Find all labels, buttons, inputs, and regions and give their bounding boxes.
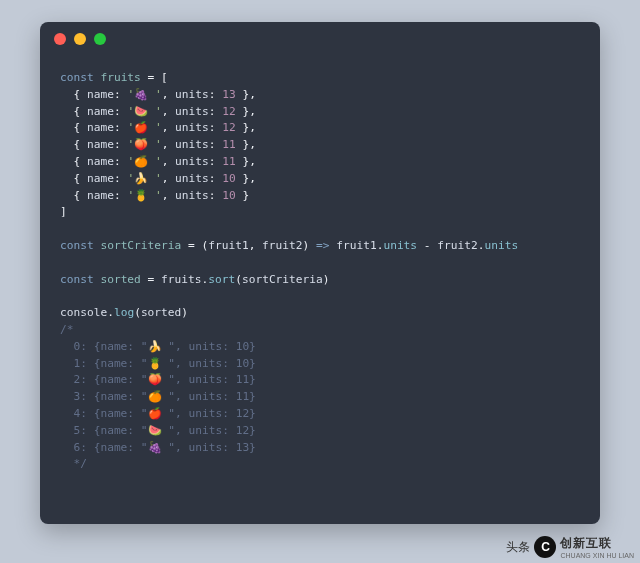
code-token: 6: {name: "🍇 ", units: 13}: [60, 441, 256, 454]
code-token: ): [181, 306, 188, 319]
code-token: /*: [60, 323, 73, 336]
code-token: 3: {name: "🍊 ", units: 11}: [60, 390, 256, 403]
code-token: [60, 155, 73, 168]
code-token: ,: [162, 138, 175, 151]
zoom-icon[interactable]: [94, 33, 106, 45]
code-token: name: [87, 88, 114, 101]
code-token: :: [114, 121, 127, 134]
code-token: const: [60, 273, 94, 286]
code-token: {: [73, 105, 86, 118]
code-token: :: [114, 189, 127, 202]
code-token: :: [114, 155, 127, 168]
code-line: const fruits = [: [60, 70, 580, 87]
code-token: sort: [208, 273, 235, 286]
footer-left-text: 头条: [506, 539, 530, 556]
code-token: },: [236, 88, 256, 101]
code-token: name: [87, 189, 114, 202]
code-token: .: [107, 306, 114, 319]
code-line: 3: {name: "🍊 ", units: 11}: [60, 389, 580, 406]
code-token: {: [73, 172, 86, 185]
code-token: = [: [141, 71, 168, 84]
code-token: :: [209, 155, 222, 168]
code-line: { name: '🍇 ', units: 13 },: [60, 87, 580, 104]
code-token: }: [236, 189, 249, 202]
code-line: [60, 255, 580, 272]
code-token: ): [323, 273, 330, 286]
code-line: { name: '🍎 ', units: 12 },: [60, 120, 580, 137]
code-line: 6: {name: "🍇 ", units: 13}: [60, 440, 580, 457]
code-token: units: [175, 88, 209, 101]
code-token: fruit1: [208, 239, 248, 252]
code-token: fruit2: [437, 239, 477, 252]
code-token: units: [175, 138, 209, 151]
code-token: :: [209, 88, 222, 101]
code-line: { name: '🍑 ', units: 11 },: [60, 137, 580, 154]
code-token: units: [175, 155, 209, 168]
code-token: {: [73, 121, 86, 134]
code-token: ,: [249, 239, 262, 252]
code-token: '🍊 ': [127, 155, 161, 168]
code-line: 1: {name: "🍍 ", units: 10}: [60, 356, 580, 373]
code-token: */: [60, 457, 87, 470]
code-token: },: [236, 138, 256, 151]
code-token: ): [303, 239, 316, 252]
code-token: ,: [162, 121, 175, 134]
code-line: 5: {name: "🍉 ", units: 12}: [60, 423, 580, 440]
code-token: ,: [162, 88, 175, 101]
code-token: '🍌 ': [127, 172, 161, 185]
code-token: [60, 189, 73, 202]
code-line: const sortCriteria = (fruit1, fruit2) =>…: [60, 238, 580, 255]
code-token: [60, 105, 73, 118]
code-token: 5: {name: "🍉 ", units: 12}: [60, 424, 256, 437]
brand-text: 创新互联 CHUANG XIN HU LIAN: [560, 535, 634, 559]
code-token: {: [73, 155, 86, 168]
code-token: 1: {name: "🍍 ", units: 10}: [60, 357, 256, 370]
code-token: {: [73, 189, 86, 202]
code-line: /*: [60, 322, 580, 339]
minimize-icon[interactable]: [74, 33, 86, 45]
code-token: log: [114, 306, 134, 319]
code-token: units: [484, 239, 518, 252]
code-token: units: [175, 172, 209, 185]
code-token: :: [114, 138, 127, 151]
code-token: :: [209, 121, 222, 134]
code-line: 0: {name: "🍌 ", units: 10}: [60, 339, 580, 356]
code-token: '🍉 ': [127, 105, 161, 118]
code-token: sorted: [94, 273, 141, 286]
code-line: [60, 221, 580, 238]
code-token: name: [87, 172, 114, 185]
code-line: { name: '🍉 ', units: 12 },: [60, 104, 580, 121]
code-token: 10: [222, 172, 235, 185]
code-line: 2: {name: "🍑 ", units: 11}: [60, 372, 580, 389]
code-token: sortCriteria: [242, 273, 323, 286]
brand-logo-icon: C: [534, 536, 556, 558]
code-token: :: [114, 105, 127, 118]
code-token: ,: [162, 155, 175, 168]
code-line: [60, 288, 580, 305]
code-token: fruit1: [330, 239, 377, 252]
code-token: =: [141, 273, 161, 286]
code-token: 13: [222, 88, 235, 101]
code-token: ,: [162, 172, 175, 185]
code-token: const: [60, 239, 94, 252]
code-token: (: [134, 306, 141, 319]
code-token: 4: {name: "🍎 ", units: 12}: [60, 407, 256, 420]
code-token: fruits: [94, 71, 141, 84]
code-token: -: [417, 239, 437, 252]
code-line: { name: '🍌 ', units: 10 },: [60, 171, 580, 188]
code-token: sorted: [141, 306, 181, 319]
code-token: ]: [60, 205, 67, 218]
window-titlebar: [40, 22, 600, 56]
code-token: [60, 88, 73, 101]
code-token: },: [236, 155, 256, 168]
close-icon[interactable]: [54, 33, 66, 45]
code-token: [60, 172, 73, 185]
code-token: 0: {name: "🍌 ", units: 10}: [60, 340, 256, 353]
code-token: },: [236, 121, 256, 134]
code-token: const: [60, 71, 94, 84]
code-line: */: [60, 456, 580, 473]
code-token: (: [235, 273, 242, 286]
code-token: [60, 138, 73, 151]
code-line: { name: '🍍 ', units: 10 }: [60, 188, 580, 205]
code-token: '🍎 ': [127, 121, 161, 134]
